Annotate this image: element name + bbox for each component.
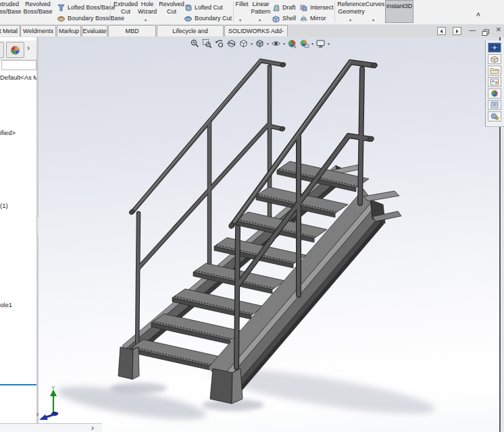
next-arrow-icon (455, 29, 459, 34)
staircase-model (39, 37, 499, 432)
solidworks-forum-button[interactable] (488, 111, 501, 122)
solidworks-resources-button[interactable] (488, 43, 501, 53)
appearances-icon (490, 90, 499, 97)
origin-triad: Y x (36, 381, 71, 422)
design-library-icon (490, 55, 499, 63)
panel-tab-strip: › (0, 40, 36, 60)
tab-lifecycle-collaboration[interactable]: Lifecycle and Collaboration (157, 25, 224, 36)
hide-show-items-dropdown[interactable]: ▾ (283, 41, 285, 46)
section-view-icon[interactable] (226, 38, 236, 49)
bottom-expand-button[interactable]: › (91, 425, 94, 432)
mirror-label: Mirror (310, 15, 326, 22)
next-document-button[interactable] (453, 27, 461, 35)
shell-button[interactable]: Shell (272, 14, 296, 23)
featuremanager-panel: › Default<As Ma ified> (1) ole1 (0, 37, 36, 432)
bottom-panel-strip: › (0, 423, 102, 432)
view-palette-button[interactable] (488, 77, 501, 87)
view-palette-icon (490, 78, 499, 86)
featuremanager-filter-input[interactable] (1, 60, 36, 70)
lofted-boss-base-label: Lofted Boss/Base (68, 4, 116, 11)
lofted-boss-base-icon (57, 3, 66, 12)
curves-button[interactable]: Curves (365, 1, 385, 8)
configuration-manager-icon (10, 45, 20, 55)
ribbon-collapse-button[interactable]: ^ (473, 12, 484, 22)
tree-item-hole[interactable]: ole1 (0, 301, 12, 308)
tab-mbd-dimensions[interactable]: MBD Dimensions (108, 25, 156, 36)
boundary-cut-label: Boundary Cut (195, 15, 232, 22)
curves-dropdown[interactable]: ▾ (372, 18, 374, 22)
draft-label: Draft (282, 4, 296, 11)
zoom-to-area-icon[interactable] (202, 38, 212, 49)
design-library-button[interactable] (488, 54, 501, 64)
command-manager-ribbon: Extruded Boss/Base Revolved Boss/Base Lo… (0, 0, 504, 25)
reference-geometry-button[interactable]: Reference Geometry (336, 1, 367, 15)
view-settings-icon[interactable] (316, 38, 326, 49)
fillet-dropdown[interactable]: ▾ (239, 18, 241, 22)
tab-evaluate[interactable]: Evaluate (82, 25, 107, 36)
revolved-boss-base-button[interactable]: Revolved Boss/Base (20, 1, 55, 15)
hole-wizard-button[interactable]: Hole Wizard (134, 1, 161, 15)
view-settings-dropdown[interactable]: ▾ (328, 41, 330, 46)
lofted-cut-icon (184, 3, 193, 12)
commandmanager-tab-bar: Sheet Metal Weldments Markup Evaluate MB… (0, 24, 504, 37)
instant3d-toggle[interactable]: Instant3D (385, 0, 413, 23)
shell-label: Shell (282, 15, 296, 22)
boundary-cut-icon (184, 14, 193, 23)
hide-show-items-icon[interactable] (271, 38, 281, 49)
appearances-scenes-decals-button[interactable] (488, 88, 501, 99)
solidworks-resources-icon (490, 44, 499, 51)
intersect-button[interactable]: Intersect (299, 3, 334, 12)
linear-pattern-dropdown[interactable]: ▾ (259, 18, 261, 22)
hole-wizard-dropdown[interactable]: ▾ (145, 18, 147, 22)
triad-x-label: x (36, 412, 39, 416)
tree-item-fragment[interactable]: ified> (0, 129, 16, 136)
configuration-manager-tab[interactable] (6, 42, 24, 58)
tab-solidworks-addins[interactable]: SOLIDWORKS Add-Ins (224, 25, 288, 36)
boundary-boss-base-label: Boundary Boss/Base (68, 15, 124, 22)
previous-view-icon[interactable] (214, 38, 224, 49)
boundary-boss-base-button[interactable]: Boundary Boss/Base (57, 14, 124, 23)
tab-weldments[interactable]: Weldments (20, 25, 56, 36)
lofted-boss-base-button[interactable]: Lofted Boss/Base (57, 3, 116, 12)
task-pane-strip (485, 40, 504, 127)
panel-tab-partial[interactable] (0, 42, 4, 58)
custom-properties-button[interactable] (488, 100, 501, 110)
draft-button[interactable]: Draft (272, 3, 296, 12)
lofted-cut-label: Lofted Cut (195, 4, 223, 11)
apply-scene-dropdown[interactable]: ▾ (311, 41, 313, 46)
display-style-dropdown[interactable]: ▾ (267, 41, 269, 46)
file-explorer-button[interactable] (488, 65, 501, 76)
lofted-cut-button[interactable]: Lofted Cut (184, 3, 223, 12)
headsup-view-toolbar: ▾ ▾ ▾ ▾ ▾ (190, 38, 330, 49)
restore-icon (482, 29, 490, 36)
tab-sheet-metal[interactable]: Sheet Metal (0, 25, 20, 36)
apply-scene-icon[interactable] (299, 38, 309, 49)
boundary-boss-base-icon (57, 14, 66, 23)
file-explorer-icon (490, 67, 499, 74)
linear-pattern-button[interactable]: Linear Pattern (249, 1, 273, 15)
zoom-to-fit-icon[interactable] (190, 38, 200, 49)
mirror-button[interactable]: Mirror (299, 14, 326, 23)
boundary-cut-button[interactable]: Boundary Cut (184, 14, 232, 23)
view-orientation-icon[interactable] (238, 38, 249, 49)
draft-icon (272, 3, 280, 12)
tab-markup[interactable]: Markup (57, 25, 81, 36)
display-style-icon[interactable] (255, 38, 265, 49)
revolved-cut-button[interactable]: Revolved Cut (157, 1, 186, 15)
graphics-viewport[interactable]: ▾ ▾ ▾ ▾ ▾ Y x (39, 37, 499, 432)
view-orientation-dropdown[interactable]: ▾ (251, 41, 253, 46)
edit-appearance-icon[interactable] (287, 38, 297, 49)
shell-icon (272, 14, 280, 23)
minimize-button[interactable]: — (469, 26, 476, 34)
close-button[interactable]: × (496, 26, 501, 34)
solidworks-forum-icon (490, 113, 499, 120)
tree-item-fragment[interactable]: (1) (0, 202, 8, 209)
previous-arrow-icon (439, 29, 444, 34)
reference-geometry-dropdown[interactable]: ▾ (349, 18, 351, 22)
previous-document-button[interactable] (437, 27, 446, 35)
panel-section-divider (0, 384, 36, 385)
ribbon-divider (334, 1, 335, 22)
panel-expand-button[interactable]: › (27, 45, 30, 52)
mirror-icon (299, 14, 308, 23)
custom-properties-icon (490, 101, 499, 109)
